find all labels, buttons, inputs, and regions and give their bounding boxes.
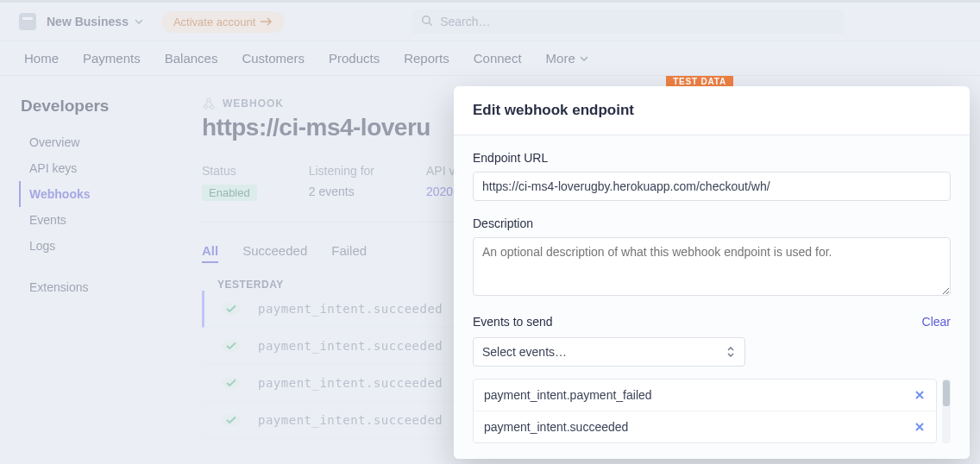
selected-events-list: payment_intent.payment_failedpayment_int… xyxy=(473,379,937,443)
remove-event-icon[interactable] xyxy=(914,389,926,401)
clear-events-button[interactable]: Clear xyxy=(922,315,951,329)
description-label: Description xyxy=(473,216,951,230)
scrollbar[interactable] xyxy=(942,379,951,443)
panel-title: Edit webhook endpoint xyxy=(454,86,970,135)
selected-event-item: payment_intent.payment_failed xyxy=(474,379,936,411)
events-to-send-label: Events to send xyxy=(473,315,553,329)
remove-event-icon[interactable] xyxy=(914,421,926,433)
selected-event-item: payment_intent.succeeded xyxy=(474,411,936,442)
updown-icon xyxy=(726,346,736,358)
select-events-dropdown[interactable]: Select events… xyxy=(473,337,745,367)
endpoint-url-input[interactable] xyxy=(473,172,951,201)
description-input[interactable] xyxy=(473,237,951,296)
edit-webhook-panel: Edit webhook endpoint Endpoint URL Descr… xyxy=(454,86,970,459)
endpoint-url-label: Endpoint URL xyxy=(473,151,951,165)
